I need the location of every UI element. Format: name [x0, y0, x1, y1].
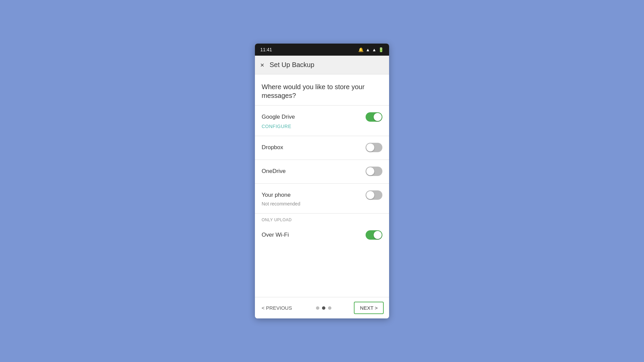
page-dots [316, 306, 331, 310]
google-drive-option: Google Drive CONFIGURE [255, 106, 389, 136]
onedrive-main: OneDrive [262, 167, 382, 176]
dot-3 [328, 306, 331, 310]
question-text: Where would you like to store your messa… [262, 82, 382, 100]
phone-frame: 11:41 🔔 ▲ ▲ 🔋 × Set Up Backup Where woul… [255, 44, 389, 318]
onedrive-option: OneDrive [255, 160, 389, 183]
onedrive-toggle[interactable] [366, 167, 382, 176]
dot-2 [322, 306, 325, 310]
google-drive-label: Google Drive [262, 114, 295, 120]
your-phone-option: Your phone Not recommended [255, 184, 389, 213]
status-time: 11:41 [260, 47, 272, 52]
over-wifi-option: Over Wi-Fi [255, 224, 389, 247]
over-wifi-label: Over Wi-Fi [262, 232, 289, 238]
dropbox-option: Dropbox [255, 136, 389, 160]
google-drive-main: Google Drive [262, 112, 382, 122]
vibrate-icon: 🔔 [358, 47, 364, 52]
your-phone-toggle[interactable] [366, 190, 382, 200]
over-wifi-main: Over Wi-Fi [262, 230, 382, 240]
bottom-nav: < PREVIOUS NEXT > [255, 297, 389, 318]
your-phone-label: Your phone [262, 192, 290, 198]
question-section: Where would you like to store your messa… [255, 74, 389, 105]
signal-icon: ▲ [372, 47, 376, 52]
your-phone-main: Your phone [262, 190, 382, 200]
close-button[interactable]: × [260, 62, 264, 68]
onedrive-label: OneDrive [262, 168, 286, 175]
battery-icon: 🔋 [378, 47, 384, 52]
over-wifi-toggle[interactable] [366, 230, 382, 240]
previous-button[interactable]: < PREVIOUS [260, 302, 293, 313]
next-button[interactable]: NEXT > [354, 302, 384, 314]
status-icons: 🔔 ▲ ▲ 🔋 [358, 47, 384, 52]
content-area: Where would you like to store your messa… [255, 74, 389, 297]
app-bar: × Set Up Backup [255, 56, 389, 74]
dropbox-toggle[interactable] [366, 143, 382, 152]
google-drive-toggle[interactable] [366, 112, 382, 122]
configure-link[interactable]: CONFIGURE [262, 124, 382, 129]
dropbox-label: Dropbox [262, 144, 283, 151]
your-phone-subtext: Not recommended [262, 201, 382, 206]
only-upload-header: ONLY UPLOAD [255, 214, 389, 224]
status-bar: 11:41 🔔 ▲ ▲ 🔋 [255, 44, 389, 56]
app-bar-title: Set Up Backup [270, 61, 314, 69]
dropbox-main: Dropbox [262, 143, 382, 152]
wifi-icon: ▲ [366, 47, 370, 52]
dot-1 [316, 306, 319, 310]
